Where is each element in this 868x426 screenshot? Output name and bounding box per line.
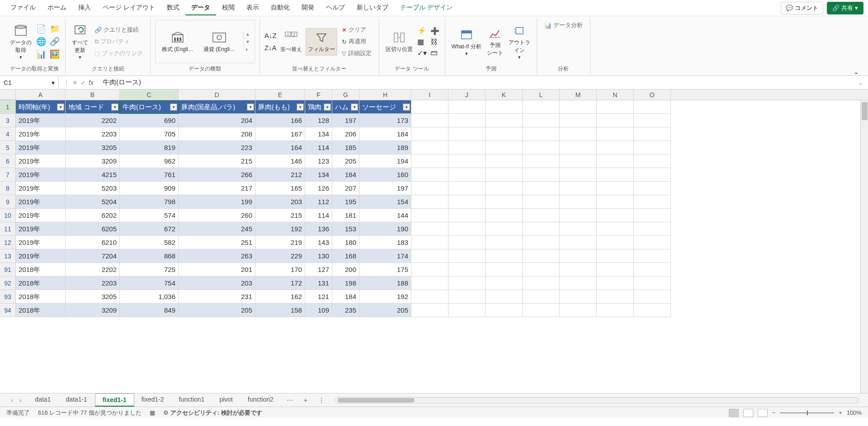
cell[interactable]: 725 (120, 263, 179, 276)
sort-button[interactable]: AZ 並べ替え (278, 29, 304, 54)
cell[interactable]: 206 (332, 127, 359, 141)
filter-dropdown-icon[interactable]: ▾ (170, 103, 177, 111)
cell[interactable]: 153 (332, 222, 359, 236)
sheet-tab-function1[interactable]: function1 (172, 393, 212, 407)
cell[interactable] (634, 249, 671, 263)
cell[interactable] (634, 290, 671, 304)
row-header[interactable]: 7 (0, 168, 16, 182)
cell[interactable] (597, 249, 634, 263)
cell[interactable]: 166 (255, 114, 305, 127)
cell[interactable]: 112 (305, 195, 332, 209)
cell[interactable]: 195 (332, 195, 359, 209)
cell[interactable]: 201 (179, 263, 255, 276)
row-header[interactable]: 94 (0, 304, 16, 317)
cell[interactable] (448, 209, 486, 222)
cell[interactable] (486, 263, 523, 276)
cell[interactable] (523, 168, 560, 182)
row-header[interactable]: 3 (0, 114, 16, 127)
sheet-tab-data1[interactable]: data1 (28, 393, 58, 407)
cell[interactable]: 263 (179, 249, 255, 263)
accessibility-status[interactable]: ⚙ アクセシビリティ: 検討が必要です (163, 409, 262, 417)
cell[interactable]: 2202 (66, 263, 120, 276)
remove-dup-icon[interactable]: ▦ (416, 37, 428, 47)
cell[interactable] (560, 304, 597, 317)
outline-button[interactable]: アウトラ イン ▼ (507, 23, 532, 61)
cell[interactable] (411, 195, 448, 209)
cell[interactable] (597, 276, 634, 290)
cell[interactable]: 197 (359, 182, 411, 195)
cell[interactable]: 754 (120, 276, 179, 290)
cell[interactable] (523, 182, 560, 195)
column-header-I[interactable]: I (411, 89, 448, 100)
cell[interactable] (560, 127, 597, 141)
cell[interactable] (411, 141, 448, 154)
cell[interactable]: 184 (359, 127, 411, 141)
data-model-icon[interactable]: 🗃 (429, 48, 440, 58)
select-all-corner[interactable] (0, 89, 16, 100)
menu-テーブル デザイン[interactable]: テーブル デザイン (394, 1, 458, 15)
menu-ファイル[interactable]: ファイル (5, 1, 42, 15)
cell[interactable]: 868 (120, 249, 179, 263)
cell[interactable]: 181 (332, 209, 359, 222)
column-header-D[interactable]: D (179, 89, 255, 100)
cell[interactable]: 7204 (66, 249, 120, 263)
cell[interactable] (486, 276, 523, 290)
cell[interactable]: 2018年 (16, 304, 66, 317)
cell[interactable]: 158 (255, 304, 305, 317)
cell[interactable]: 160 (359, 168, 411, 182)
cell[interactable]: 208 (179, 127, 255, 141)
filter-dropdown-icon[interactable]: ▾ (57, 103, 64, 111)
cell[interactable] (486, 141, 523, 154)
cell[interactable] (448, 236, 486, 249)
type-scroll[interactable]: ▲▼▾ (243, 32, 250, 52)
zoom-out-button[interactable]: − (772, 409, 776, 416)
menu-自動化[interactable]: 自動化 (265, 1, 296, 15)
cell[interactable]: 180 (332, 236, 359, 249)
vertical-scrollbar[interactable] (860, 100, 868, 393)
cell[interactable]: 162 (255, 290, 305, 304)
cell[interactable] (411, 154, 448, 168)
menu-開発[interactable]: 開発 (296, 1, 320, 15)
row-header[interactable]: 13 (0, 249, 16, 263)
cell[interactable]: 168 (332, 249, 359, 263)
menu-新しいタブ[interactable]: 新しいタブ (351, 1, 394, 15)
from-text-icon[interactable]: 📄 (35, 23, 47, 35)
cell[interactable]: 190 (359, 222, 411, 236)
cell[interactable]: 219 (255, 236, 305, 249)
cell[interactable]: 2019年 (16, 222, 66, 236)
cell[interactable]: 146 (255, 154, 305, 168)
cell[interactable] (597, 290, 634, 304)
cell[interactable]: 2018年 (16, 276, 66, 290)
cell[interactable] (448, 304, 486, 317)
filter-dropdown-icon[interactable]: ▾ (297, 103, 304, 111)
cell[interactable] (560, 209, 597, 222)
cell[interactable] (411, 209, 448, 222)
cell[interactable] (448, 222, 486, 236)
cell[interactable] (560, 263, 597, 276)
prev-sheet-button[interactable]: ‹ (11, 397, 13, 404)
cell[interactable]: 582 (120, 236, 179, 249)
cell[interactable]: 203 (179, 276, 255, 290)
filter-button[interactable]: フィルター (306, 28, 337, 56)
cell[interactable]: 184 (332, 168, 359, 182)
cell[interactable]: 170 (255, 263, 305, 276)
cell[interactable]: 204 (179, 114, 255, 127)
cell[interactable] (634, 263, 671, 276)
column-header-M[interactable]: M (560, 89, 597, 100)
cell[interactable] (597, 141, 634, 154)
cell[interactable]: 164 (255, 141, 305, 154)
cell[interactable]: 128 (305, 114, 332, 127)
cell[interactable]: 189 (359, 141, 411, 154)
cell[interactable] (560, 182, 597, 195)
cell[interactable] (597, 304, 634, 317)
cell[interactable] (560, 100, 597, 114)
cell[interactable] (448, 276, 486, 290)
row-header[interactable]: 6 (0, 154, 16, 168)
cell[interactable]: 199 (179, 195, 255, 209)
cell[interactable] (486, 100, 523, 114)
clear-filter-button[interactable]: ✕クリア (339, 24, 369, 35)
cell[interactable]: 173 (359, 114, 411, 127)
cell[interactable]: 205 (359, 304, 411, 317)
cell[interactable] (634, 209, 671, 222)
get-data-button[interactable]: データの 取得 ▼ (8, 23, 33, 61)
